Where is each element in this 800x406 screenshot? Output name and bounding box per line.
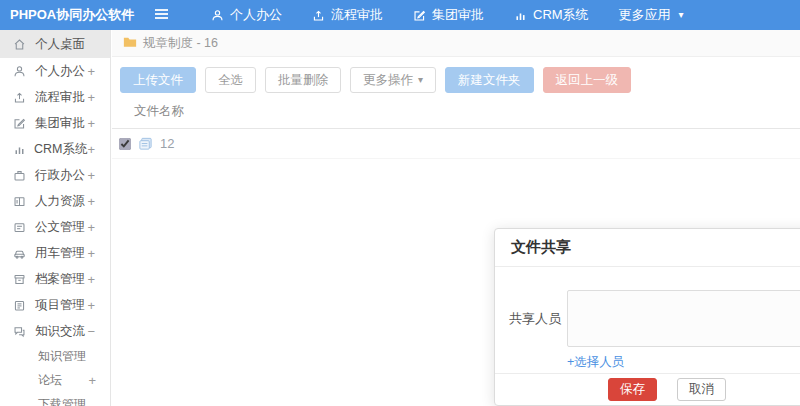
sidebar-item-label: 公文管理 [35, 219, 87, 236]
sidebar-item-flow-approval[interactable]: 流程审批 + [0, 84, 110, 110]
sidebar-item-label: 集团审批 [35, 115, 87, 132]
new-folder-button[interactable]: 新建文件夹 [445, 67, 534, 93]
top-bar: PHPOA协同办公软件 个人办公 流程审批 [0, 0, 800, 30]
topnav-flow-approval[interactable]: 流程审批 [297, 0, 398, 30]
sidebar-subitem-label: 下载管理 [38, 396, 96, 406]
sidebar-item-label: 行政办公 [35, 167, 87, 184]
topnav-more-apps[interactable]: 更多应用 ▾ [604, 0, 699, 30]
expand-toggle[interactable]: + [87, 220, 110, 235]
bar-chart-icon [13, 142, 26, 156]
sidebar-subitem-download-mgmt[interactable]: 下载管理 [0, 392, 110, 406]
sidebar-subitem-label: 论坛 [38, 372, 88, 389]
file-table: 文件名称 12 [112, 103, 800, 159]
sidebar-item-knowledge-exchange[interactable]: 知识交流 − [0, 318, 110, 344]
user-icon [13, 64, 27, 78]
batch-delete-button[interactable]: 批量删除 [265, 67, 341, 93]
sidebar-item-label: 知识交流 [35, 323, 87, 340]
file-table-header: 文件名称 [112, 103, 800, 129]
file-name[interactable]: 12 [160, 136, 174, 151]
modal-footer: 保存 取消 [495, 373, 800, 405]
chat-bubbles-icon [13, 324, 27, 338]
sidebar-item-vehicle-mgmt[interactable]: 用车管理 + [0, 240, 110, 266]
sidebar-item-personal-office[interactable]: 个人办公 + [0, 58, 110, 84]
chevron-down-icon: ▾ [679, 10, 684, 20]
expand-toggle[interactable]: + [87, 90, 110, 105]
collapse-toggle[interactable]: − [87, 324, 110, 339]
sidebar: 个人桌面 个人办公 + 流程审批 + 集团审批 + [0, 30, 111, 406]
flow-approval-icon [13, 90, 27, 104]
edit-square-icon [413, 9, 426, 22]
sidebar-subitem-forum[interactable]: 论坛 + [0, 368, 110, 392]
sidebar-item-label: 用车管理 [35, 245, 87, 262]
expand-toggle[interactable]: + [87, 246, 110, 261]
archive-icon [13, 272, 27, 286]
expand-toggle[interactable]: + [87, 194, 110, 209]
car-icon [13, 246, 27, 260]
topnav-label: 集团审批 [432, 6, 484, 24]
edit-square-icon [13, 116, 27, 130]
expand-toggle[interactable]: + [87, 142, 110, 157]
share-people-label: 共享人员 [509, 310, 567, 328]
cancel-button[interactable]: 取消 [677, 378, 726, 401]
clipboard-icon [13, 298, 27, 312]
hamburger-menu-button[interactable] [144, 6, 178, 24]
expand-toggle[interactable]: + [87, 116, 110, 131]
sidebar-item-project-mgmt[interactable]: 项目管理 + [0, 292, 110, 318]
sidebar-item-label: 流程审批 [35, 89, 87, 106]
row-checkbox[interactable] [119, 138, 131, 150]
sidebar-item-label: 个人办公 [35, 63, 87, 80]
table-row[interactable]: 12 [112, 129, 800, 159]
topnav-label: 流程审批 [331, 6, 383, 24]
sidebar-item-label: 个人桌面 [35, 36, 95, 53]
save-button[interactable]: 保存 [608, 378, 657, 401]
breadcrumb-label: 规章制度 - 16 [143, 35, 218, 52]
topnav-label: CRM系统 [533, 6, 589, 24]
select-people-link[interactable]: +选择人员 [567, 354, 624, 371]
share-people-input[interactable] [567, 290, 800, 347]
briefcase-icon [13, 168, 27, 182]
select-all-button[interactable]: 全选 [205, 67, 256, 93]
document-icon [13, 220, 27, 234]
expand-toggle[interactable]: + [88, 373, 110, 388]
expand-toggle[interactable]: + [87, 168, 110, 183]
home-icon [13, 37, 27, 51]
modal-title: 文件共享 [495, 229, 800, 267]
sidebar-item-admin-office[interactable]: 行政办公 + [0, 162, 110, 188]
expand-toggle[interactable]: + [87, 64, 110, 79]
sidebar-item-label: 档案管理 [35, 271, 87, 288]
more-actions-button[interactable]: 更多操作 ▾ [350, 67, 436, 93]
bar-chart-icon [514, 9, 527, 22]
app-logo: PHPOA协同办公软件 [0, 6, 130, 24]
expand-toggle[interactable]: + [87, 272, 110, 287]
sidebar-item-archive-mgmt[interactable]: 档案管理 + [0, 266, 110, 292]
book-columns-icon [13, 194, 27, 208]
topnav-label: 个人办公 [230, 6, 282, 24]
upload-file-button[interactable]: 上传文件 [120, 67, 196, 93]
user-icon [211, 9, 224, 22]
go-up-level-button[interactable]: 返回上一级 [543, 67, 632, 93]
file-share-modal: 文件共享 共享人员 +选择人员 保存 取消 [494, 228, 800, 406]
sidebar-item-hr[interactable]: 人力资源 + [0, 188, 110, 214]
file-doc-icon [138, 136, 153, 151]
topnav-crm[interactable]: CRM系统 [499, 0, 604, 30]
folder-icon [123, 36, 137, 51]
topnav-group-approval[interactable]: 集团审批 [398, 0, 499, 30]
sidebar-subitem-knowledge-mgmt[interactable]: 知识管理 [0, 344, 110, 368]
topnav-personal-office[interactable]: 个人办公 [196, 0, 297, 30]
breadcrumb: 规章制度 - 16 [112, 30, 800, 57]
expand-toggle[interactable]: + [87, 298, 110, 313]
caret-down-icon: ▾ [418, 75, 423, 85]
topnav-label: 更多应用 [619, 6, 671, 24]
flow-approval-icon [312, 9, 325, 22]
sidebar-item-group-approval[interactable]: 集团审批 + [0, 110, 110, 136]
sidebar-item-crm[interactable]: CRM系统 + [0, 136, 110, 162]
sidebar-subitem-label: 知识管理 [38, 348, 96, 365]
sidebar-item-personal-desktop[interactable]: 个人桌面 [0, 30, 110, 58]
toolbar: 上传文件 全选 批量删除 更多操作 ▾ 新建文件夹 返回上一级 [112, 57, 800, 103]
sidebar-item-document-mgmt[interactable]: 公文管理 + [0, 214, 110, 240]
file-name-column-header: 文件名称 [134, 103, 184, 120]
sidebar-item-label: 人力资源 [35, 193, 87, 210]
modal-body: 共享人员 [495, 267, 800, 347]
hamburger-icon [154, 6, 169, 24]
sidebar-item-label: 项目管理 [35, 297, 87, 314]
